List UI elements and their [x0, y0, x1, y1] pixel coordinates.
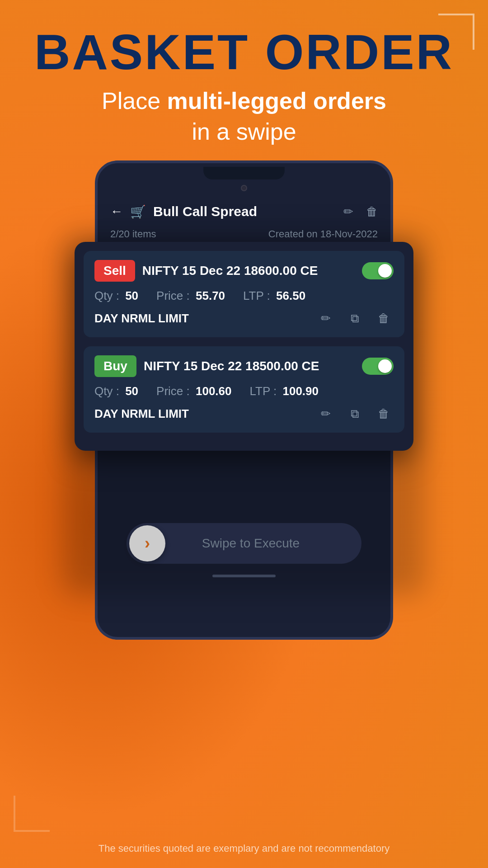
- ltp-label-2: LTP : 100.90: [250, 384, 319, 398]
- qty-value-1: 50: [125, 289, 138, 302]
- main-title: BASKET ORDER: [0, 27, 488, 77]
- order-details-1: Qty : 50 Price : 55.70 LTP : 56.50: [94, 289, 394, 303]
- edit-order-2[interactable]: ✏: [316, 404, 336, 424]
- back-arrow-icon[interactable]: ←: [110, 204, 123, 219]
- toggle-knob-1: [378, 264, 392, 278]
- header-section: BASKET ORDER Place multi-legged orders i…: [0, 0, 488, 160]
- phone-camera: [241, 185, 247, 191]
- order-type-row-2: DAY NRML LIMIT ✏ ⧉ 🗑: [94, 404, 394, 424]
- order-type-2: DAY NRML LIMIT: [94, 407, 189, 421]
- edit-icon[interactable]: ✏: [343, 205, 353, 219]
- ltp-label-1: LTP : 56.50: [243, 289, 305, 303]
- instrument-2: NIFTY 15 Dec 22 18500.00 CE: [144, 359, 355, 373]
- subtitle-line2: in a swipe: [192, 118, 296, 145]
- toggle-knob-2: [378, 359, 392, 373]
- order-actions-1: ✏ ⧉ 🗑: [316, 308, 394, 328]
- subtitle-plain: Place: [102, 88, 167, 114]
- copy-order-1[interactable]: ⧉: [345, 308, 365, 328]
- disclaimer-text: The securities quoted are exemplary and …: [99, 843, 389, 854]
- qty-value-2: 50: [125, 384, 138, 398]
- ltp-value-1: 56.50: [276, 289, 305, 302]
- delete-order-1[interactable]: 🗑: [374, 308, 394, 328]
- footer-disclaimer: The securities quoted are exemplary and …: [0, 843, 488, 854]
- price-label-1: Price : 55.70: [156, 289, 225, 303]
- edit-order-1[interactable]: ✏: [316, 308, 336, 328]
- toggle-2[interactable]: [362, 358, 394, 375]
- order-details-2: Qty : 50 Price : 100.60 LTP : 100.90: [94, 384, 394, 398]
- order-type-row-1: DAY NRML LIMIT ✏ ⧉ 🗑: [94, 308, 394, 328]
- buy-badge: Buy: [94, 355, 136, 377]
- basket-icon: 🛒: [130, 204, 146, 219]
- phone-notch: [203, 167, 285, 179]
- price-value-1: 55.70: [196, 289, 225, 302]
- order-header-1: Sell NIFTY 15 Dec 22 18600.00 CE: [94, 260, 394, 282]
- copy-order-2[interactable]: ⧉: [345, 404, 365, 424]
- phone-header: ← 🛒 Bull Call Spread ✏ 🗑: [98, 197, 390, 226]
- order-card-2: Buy NIFTY 15 Dec 22 18500.00 CE Qty : 50…: [84, 346, 404, 433]
- corner-decoration-bl: [14, 796, 50, 832]
- qty-label-2: Qty : 50: [94, 384, 138, 398]
- delete-order-2[interactable]: 🗑: [374, 404, 394, 424]
- toggle-1[interactable]: [362, 262, 394, 279]
- ltp-value-2: 100.90: [282, 384, 319, 398]
- subtitle-bold: multi-legged orders: [167, 88, 386, 114]
- qty-label-1: Qty : 50: [94, 289, 138, 303]
- order-actions-2: ✏ ⧉ 🗑: [316, 404, 394, 424]
- sell-badge: Sell: [94, 260, 135, 282]
- price-label-2: Price : 100.60: [156, 384, 231, 398]
- trash-icon-header[interactable]: 🗑: [366, 205, 378, 219]
- basket-title: Bull Call Spread: [153, 204, 331, 219]
- order-card-1: Sell NIFTY 15 Dec 22 18600.00 CE Qty : 5…: [84, 251, 404, 337]
- instrument-1: NIFTY 15 Dec 22 18600.00 CE: [142, 264, 355, 278]
- price-value-2: 100.60: [196, 384, 232, 398]
- order-type-1: DAY NRML LIMIT: [94, 311, 189, 326]
- subtitle: Place multi-legged orders in a swipe: [0, 86, 488, 147]
- card-panel: Sell NIFTY 15 Dec 22 18600.00 CE Qty : 5…: [75, 242, 413, 451]
- order-header-2: Buy NIFTY 15 Dec 22 18500.00 CE: [94, 355, 394, 377]
